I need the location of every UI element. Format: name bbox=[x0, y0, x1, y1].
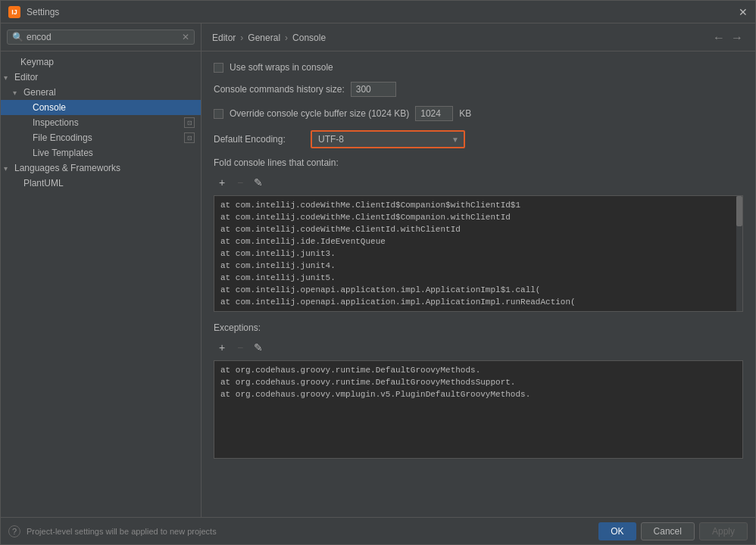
settings-content: Use soft wraps in console Console comman… bbox=[201, 51, 755, 517]
override-buffer-input[interactable] bbox=[415, 106, 453, 121]
sidebar-item-label: Live Templates bbox=[33, 148, 195, 158]
exceptions-toolbar: + − ✎ bbox=[214, 339, 743, 356]
sidebar-item-label: Keymap bbox=[20, 57, 195, 67]
list-item: at org.codehaus.groovy.vmplugin.v5.Plugi… bbox=[214, 388, 742, 400]
exceptions-edit-button[interactable]: ✎ bbox=[250, 339, 267, 356]
apply-button[interactable]: Apply bbox=[699, 522, 748, 540]
breadcrumb-editor: Editor bbox=[212, 33, 236, 43]
breadcrumb-console: Console bbox=[292, 33, 326, 43]
list-item: at com.intellij.codeWithMe.ClientId$Comp… bbox=[214, 211, 742, 223]
status-text: Project-level settings will be applied t… bbox=[27, 527, 598, 536]
sidebar: 🔍 ✕ Keymap ▾ Editor ▾ bbox=[1, 23, 201, 517]
soft-wraps-checkbox[interactable] bbox=[214, 63, 223, 73]
title-bar: IJ Settings ✕ bbox=[1, 1, 755, 23]
breadcrumb: Editor › General › Console ← → bbox=[201, 23, 755, 51]
expand-arrow: ▾ bbox=[4, 73, 11, 82]
sidebar-item-inspections[interactable]: Inspections ⊡ bbox=[1, 115, 201, 130]
app-icon: IJ bbox=[8, 6, 20, 18]
sidebar-item-console[interactable]: Console bbox=[1, 100, 201, 115]
exceptions-list: at org.codehaus.groovy.runtime.DefaultGr… bbox=[214, 360, 743, 459]
forward-button[interactable]: → bbox=[729, 31, 745, 45]
list-item: at org.codehaus.groovy.runtime.DefaultGr… bbox=[214, 376, 742, 388]
expand-arrow bbox=[22, 149, 30, 157]
content-area: Editor › General › Console ← → Use soft … bbox=[201, 23, 755, 517]
expand-arrow: ▾ bbox=[13, 89, 20, 97]
encoding-select[interactable]: UTF-8 UTF-16 ISO-8859-1 windows-1252 bbox=[312, 132, 464, 147]
list-item: at com.intellij.openapi.application.impl… bbox=[214, 284, 742, 296]
breadcrumb-general: General bbox=[248, 33, 280, 43]
breadcrumb-nav: ← → bbox=[711, 31, 745, 45]
fold-list: at com.intellij.codeWithMe.ClientId$Comp… bbox=[214, 195, 743, 312]
bottom-buttons: OK Cancel Apply bbox=[598, 522, 748, 540]
sidebar-item-keymap[interactable]: Keymap bbox=[1, 54, 201, 70]
encoding-select-wrapper: UTF-8 UTF-16 ISO-8859-1 windows-1252 ▼ bbox=[311, 130, 465, 148]
override-buffer-row: Override console cycle buffer size (1024… bbox=[214, 106, 743, 121]
sidebar-item-plantuml[interactable]: PlantUML bbox=[1, 176, 201, 191]
sidebar-item-label: PlantUML bbox=[23, 178, 195, 188]
close-button[interactable]: ✕ bbox=[739, 6, 748, 18]
window-controls: ✕ bbox=[739, 6, 748, 18]
expand-arrow bbox=[22, 119, 30, 127]
fold-toolbar: + − ✎ bbox=[214, 174, 743, 191]
breadcrumb-sep-1: › bbox=[240, 33, 243, 43]
override-buffer-label: Override console cycle buffer size (1024… bbox=[230, 108, 409, 119]
list-item: at com.intellij.junit5. bbox=[214, 272, 742, 284]
search-bar: 🔍 ✕ bbox=[1, 23, 201, 51]
expand-arrow bbox=[22, 104, 30, 112]
ok-button[interactable]: OK bbox=[598, 522, 636, 540]
main-container: 🔍 ✕ Keymap ▾ Editor ▾ bbox=[1, 23, 755, 517]
encoding-label: Default Encoding: bbox=[214, 134, 305, 145]
exceptions-remove-button[interactable]: − bbox=[232, 339, 248, 356]
sidebar-item-file-encodings[interactable]: File Encodings ⊡ bbox=[1, 130, 201, 145]
fold-remove-button[interactable]: − bbox=[232, 174, 248, 191]
list-item: at com.intellij.junit4. bbox=[214, 260, 742, 272]
sidebar-item-live-templates[interactable]: Live Templates bbox=[1, 145, 201, 160]
override-buffer-checkbox[interactable] bbox=[214, 109, 223, 119]
soft-wraps-row: Use soft wraps in console bbox=[214, 62, 743, 73]
expand-arrow: ▾ bbox=[4, 164, 11, 173]
cancel-button[interactable]: Cancel bbox=[641, 522, 695, 540]
expand-arrow bbox=[22, 134, 30, 142]
sidebar-item-general[interactable]: ▾ General bbox=[1, 85, 201, 100]
window-title: Settings bbox=[27, 7, 739, 17]
scrollbar-thumb[interactable] bbox=[736, 196, 742, 226]
scrollbar-track bbox=[736, 196, 742, 311]
list-item: at org.codehaus.groovy.runtime.DefaultGr… bbox=[214, 364, 742, 376]
fold-section-label: Fold console lines that contain: bbox=[214, 157, 743, 168]
history-size-input[interactable] bbox=[351, 82, 396, 97]
sidebar-item-label: Console bbox=[33, 102, 195, 113]
clear-search-icon[interactable]: ✕ bbox=[182, 32, 189, 42]
sidebar-item-editor[interactable]: ▾ Editor bbox=[1, 70, 201, 85]
sidebar-item-label: Languages & Frameworks bbox=[14, 163, 195, 173]
breadcrumb-sep-2: › bbox=[285, 33, 288, 43]
buffer-unit-label: KB bbox=[459, 108, 471, 119]
list-item: at com.intellij.junit3. bbox=[214, 248, 742, 260]
expand-arrow bbox=[10, 58, 17, 67]
bottom-bar: ? Project-level settings will be applied… bbox=[1, 517, 755, 544]
list-item: at com.intellij.codeWithMe.ClientId.with… bbox=[214, 223, 742, 235]
list-item: at com.intellij.ide.IdeEventQueue bbox=[214, 235, 742, 248]
fold-edit-button[interactable]: ✎ bbox=[250, 174, 267, 191]
history-size-row: Console commands history size: bbox=[214, 82, 743, 97]
soft-wraps-label: Use soft wraps in console bbox=[230, 62, 333, 73]
settings-window: IJ Settings ✕ 🔍 ✕ Keymap bbox=[0, 0, 756, 545]
indicator-icon: ⊡ bbox=[184, 132, 195, 143]
sidebar-item-label: Inspections bbox=[33, 117, 79, 128]
fold-add-button[interactable]: + bbox=[214, 174, 230, 191]
expand-arrow bbox=[13, 179, 20, 188]
sidebar-item-languages-frameworks[interactable]: ▾ Languages & Frameworks bbox=[1, 160, 201, 176]
search-input[interactable] bbox=[27, 32, 182, 42]
indicator-icon: ⊡ bbox=[184, 117, 195, 128]
sidebar-tree: Keymap ▾ Editor ▾ General Console bbox=[1, 51, 201, 517]
history-size-label: Console commands history size: bbox=[214, 84, 345, 95]
search-input-wrapper: 🔍 ✕ bbox=[7, 30, 195, 45]
list-item: at com.intellij.openapi.application.impl… bbox=[214, 296, 742, 308]
default-encoding-row: Default Encoding: UTF-8 UTF-16 ISO-8859-… bbox=[214, 130, 743, 148]
encoding-select-container: UTF-8 UTF-16 ISO-8859-1 windows-1252 ▼ bbox=[312, 132, 464, 147]
sidebar-item-label: File Encodings bbox=[33, 132, 92, 143]
search-icon: 🔍 bbox=[12, 32, 23, 42]
exceptions-add-button[interactable]: + bbox=[214, 339, 230, 356]
help-icon[interactable]: ? bbox=[8, 525, 20, 537]
exceptions-section-label: Exceptions: bbox=[214, 322, 743, 333]
back-button[interactable]: ← bbox=[711, 31, 726, 45]
